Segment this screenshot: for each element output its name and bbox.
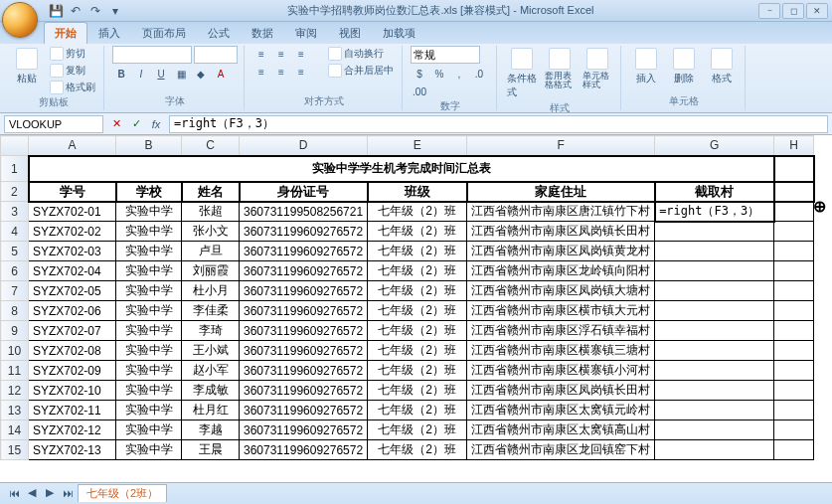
row-header-5[interactable]: 5 — [1, 242, 29, 261]
cell-A10[interactable]: SYZX702-08 — [29, 341, 116, 361]
cell-B6[interactable]: 实验中学 — [116, 261, 182, 281]
cell-C15[interactable]: 王晨 — [182, 440, 240, 460]
cell-A14[interactable]: SYZX702-12 — [29, 420, 116, 440]
col-header-H[interactable]: H — [774, 136, 814, 156]
office-orb-button[interactable] — [2, 2, 38, 38]
conditional-format-button[interactable]: 条件格式 — [505, 46, 539, 101]
cell-E8[interactable]: 七年级（2）班 — [368, 301, 467, 321]
row-header-4[interactable]: 4 — [1, 222, 29, 242]
font-color-button[interactable]: A — [212, 66, 230, 82]
ribbon-tab-0[interactable]: 开始 — [44, 22, 87, 44]
paste-button[interactable]: 粘贴 — [10, 46, 44, 87]
cell-A4[interactable]: SYZX702-02 — [29, 222, 116, 242]
cell-C14[interactable]: 李越 — [182, 420, 240, 440]
font-size-combo[interactable] — [194, 46, 238, 64]
number-format-combo[interactable]: 常规 — [411, 46, 480, 64]
cell-H7[interactable] — [774, 281, 814, 301]
align-center-button[interactable]: ≡ — [272, 64, 290, 80]
qat-dropdown-icon[interactable]: ▾ — [107, 3, 123, 19]
cancel-formula-button[interactable]: ✕ — [107, 115, 125, 133]
cell-D7[interactable]: 360731199609276572 — [240, 281, 368, 301]
sheet-nav-next[interactable]: ▶ — [42, 486, 58, 499]
cell-A11[interactable]: SYZX702-09 — [29, 361, 116, 381]
italic-button[interactable]: I — [132, 66, 150, 82]
cell-G13[interactable] — [655, 401, 774, 420]
cell-H13[interactable] — [774, 401, 814, 420]
cell-A12[interactable]: SYZX702-10 — [29, 381, 116, 401]
bold-button[interactable]: B — [112, 66, 130, 82]
cell-D5[interactable]: 360731199609276572 — [240, 242, 368, 261]
cell-C11[interactable]: 赵小军 — [182, 361, 240, 381]
format-painter-button[interactable]: 格式刷 — [48, 80, 97, 95]
cell-H3[interactable] — [774, 202, 814, 222]
cell-C12[interactable]: 李成敏 — [182, 381, 240, 401]
font-family-combo[interactable] — [112, 46, 192, 64]
row-header-13[interactable]: 13 — [1, 401, 29, 420]
percent-button[interactable]: % — [430, 66, 448, 82]
cell-B3[interactable]: 实验中学 — [116, 202, 182, 222]
cell-C4[interactable]: 张小文 — [182, 222, 240, 242]
cell-B11[interactable]: 实验中学 — [116, 361, 182, 381]
undo-icon[interactable]: ↶ — [68, 3, 83, 19]
cell-F6[interactable]: 江西省赣州市南康区龙岭镇向阳村 — [467, 261, 655, 281]
cell-F8[interactable]: 江西省赣州市南康区横市镇大元村 — [467, 301, 655, 321]
ribbon-tab-2[interactable]: 页面布局 — [131, 22, 197, 44]
cell-F12[interactable]: 江西省赣州市南康区凤岗镇长田村 — [467, 381, 655, 401]
cell-F11[interactable]: 江西省赣州市南康区横寨镇小河村 — [467, 361, 655, 381]
inc-decimal-button[interactable]: .0 — [470, 66, 488, 82]
cell-E9[interactable]: 七年级（2）班 — [368, 321, 467, 341]
cell-B12[interactable]: 实验中学 — [116, 381, 182, 401]
row-header-6[interactable]: 6 — [1, 261, 29, 281]
name-box[interactable]: VLOOKUP — [4, 115, 103, 133]
cell-G7[interactable] — [655, 281, 774, 301]
cell-E12[interactable]: 七年级（2）班 — [368, 381, 467, 401]
cell-D15[interactable]: 360731199609276572 — [240, 440, 368, 460]
cell-B4[interactable]: 实验中学 — [116, 222, 182, 242]
cell-H6[interactable] — [774, 261, 814, 281]
sheet-nav-last[interactable]: ⏭ — [60, 487, 76, 499]
col-header-A[interactable]: A — [29, 136, 116, 156]
cell-F10[interactable]: 江西省赣州市南康区横寨镇三塘村 — [467, 341, 655, 361]
align-top-button[interactable]: ≡ — [252, 46, 270, 62]
header-cell-5[interactable]: 家庭住址 — [467, 182, 655, 202]
wrap-text-button[interactable]: 自动换行 — [326, 46, 396, 62]
cell-C13[interactable]: 杜月红 — [182, 401, 240, 420]
cell-G4[interactable] — [655, 222, 774, 242]
underline-button[interactable]: U — [152, 66, 170, 82]
table-format-button[interactable]: 套用表格格式 — [543, 46, 577, 91]
cell-H10[interactable] — [774, 341, 814, 361]
cell-F5[interactable]: 江西省赣州市南康区凤岗镇黄龙村 — [467, 242, 655, 261]
currency-button[interactable]: $ — [411, 66, 428, 82]
header-cell-0[interactable]: 学号 — [29, 182, 116, 202]
cell-A8[interactable]: SYZX702-06 — [29, 301, 116, 321]
cell-G14[interactable] — [655, 420, 774, 440]
maximize-button[interactable]: ◻ — [782, 3, 804, 19]
cell-D13[interactable]: 360731199609276572 — [240, 401, 368, 420]
row-header-15[interactable]: 15 — [1, 440, 29, 460]
cell-F13[interactable]: 江西省赣州市南康区太窝镇元岭村 — [467, 401, 655, 420]
cell-styles-button[interactable]: 单元格样式 — [581, 46, 614, 91]
sheet-title[interactable]: 实验中学学生机考完成时间汇总表 — [29, 156, 774, 182]
ribbon-tab-4[interactable]: 数据 — [241, 22, 284, 44]
copy-button[interactable]: 复制 — [48, 63, 97, 79]
cell-G9[interactable] — [655, 321, 774, 341]
cell-E13[interactable]: 七年级（2）班 — [368, 401, 467, 420]
row-header-1[interactable]: 1 — [1, 156, 29, 182]
row-header-7[interactable]: 7 — [1, 281, 29, 301]
cell-D12[interactable]: 360731199609276572 — [240, 381, 368, 401]
ribbon-tab-6[interactable]: 视图 — [328, 22, 372, 44]
cut-button[interactable]: 剪切 — [48, 46, 97, 62]
cell-G5[interactable] — [655, 242, 774, 261]
row-header-14[interactable]: 14 — [1, 420, 29, 440]
cell-C7[interactable]: 杜小月 — [182, 281, 240, 301]
cell-D14[interactable]: 360731199609276572 — [240, 420, 368, 440]
cell-C5[interactable]: 卢旦 — [182, 242, 240, 261]
insert-cells-button[interactable]: 插入 — [629, 46, 663, 87]
cell-H15[interactable] — [774, 440, 814, 460]
cell-A15[interactable]: SYZX702-13 — [29, 440, 116, 460]
cell-G3[interactable]: =right（F3，3） — [655, 202, 774, 222]
cell-D4[interactable]: 360731199609276572 — [240, 222, 368, 242]
cell-H14[interactable] — [774, 420, 814, 440]
cell-A3[interactable]: SYZX702-01 — [29, 202, 116, 222]
cell-A7[interactable]: SYZX702-05 — [29, 281, 116, 301]
